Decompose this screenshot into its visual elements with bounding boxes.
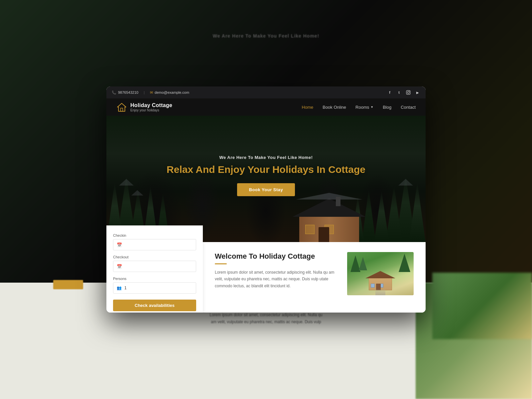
logo[interactable]: Holiday Cottage Enjoy your holidays	[116, 102, 172, 112]
welcome-text: Welcome To Holiday Cottage Lorem ipsum d…	[215, 252, 337, 289]
separator: |	[144, 90, 145, 94]
cabin-structure	[293, 199, 372, 242]
checkout-calendar-icon: 📅	[117, 264, 122, 269]
logo-tagline: Enjoy your holidays	[130, 108, 172, 112]
lower-section: Checkin 📅 Checkout 📅 Persons 👥 1	[106, 242, 426, 313]
checkout-input[interactable]	[125, 264, 193, 269]
tree-right-4	[374, 191, 389, 242]
booking-form: Checkin 📅 Checkout 📅 Persons 👥 1	[106, 225, 203, 313]
checkin-calendar-icon: 📅	[117, 242, 122, 247]
cottage-thumbnail	[347, 252, 414, 295]
hero-section: We Are Here To Make You Feel Like Home! …	[106, 116, 426, 242]
checkin-input-wrapper[interactable]: 📅	[113, 239, 196, 250]
email-info: ✉ demo@example.com	[150, 90, 189, 95]
checkout-group: Checkout 📅	[113, 255, 196, 272]
svg-point-1	[407, 91, 409, 93]
checkin-group: Checkin 📅	[113, 233, 196, 250]
svg-rect-0	[406, 90, 410, 94]
svg-point-2	[409, 91, 410, 92]
nav-links: Home Book Online Rooms ▼ Blog Contact	[302, 104, 416, 110]
welcome-section: Welcome To Holiday Cottage Lorem ipsum d…	[203, 242, 426, 313]
twitter-icon[interactable]: t	[396, 90, 402, 95]
snow-left-1	[119, 179, 134, 186]
social-links: f t ▶	[387, 90, 420, 95]
navbar: Holiday Cottage Enjoy your holidays Home…	[106, 98, 426, 116]
phone-info: 📞 9876543210	[112, 90, 138, 95]
logo-text: Holiday Cottage Enjoy your holidays	[130, 102, 172, 112]
phone-icon: 📞	[112, 90, 116, 95]
checkin-input[interactable]	[125, 242, 193, 247]
svg-rect-4	[121, 108, 123, 111]
logo-name: Holiday Cottage	[130, 102, 172, 108]
hero-title: Relax And Enjoy Your Holidays In Cottage	[167, 164, 365, 175]
checkin-label: Checkin	[113, 233, 196, 237]
welcome-image	[347, 252, 414, 295]
nav-contact[interactable]: Contact	[401, 104, 416, 110]
welcome-title: Welcome To Holiday Cottage	[215, 252, 337, 261]
top-bar: 📞 9876543210 | ✉ demo@example.com f t ▶	[106, 86, 426, 98]
persons-value: 1	[124, 286, 127, 290]
phone-number: 9876543210	[118, 90, 138, 94]
snow-left-2	[131, 190, 143, 196]
youtube-icon[interactable]: ▶	[415, 90, 420, 95]
book-stay-button[interactable]: Book Your Stay	[237, 183, 295, 196]
contact-link[interactable]: Contact	[401, 105, 416, 110]
checkout-label: Checkout	[113, 255, 196, 259]
check-availabilities-button[interactable]: Check availabilities	[113, 300, 196, 311]
email-icon: ✉	[150, 90, 153, 95]
blog-link[interactable]: Blog	[383, 105, 391, 110]
persons-group: Persons 👥 1	[113, 277, 196, 294]
persons-label: Persons	[113, 277, 196, 281]
book-online-link[interactable]: Book Online	[323, 105, 346, 110]
logo-house-icon	[116, 102, 127, 112]
snow-right-1	[398, 179, 413, 186]
tree-right-3	[386, 186, 402, 242]
svg-marker-3	[117, 103, 126, 111]
nav-home[interactable]: Home	[302, 104, 314, 110]
tree-right-2	[409, 182, 426, 242]
nav-book-online[interactable]: Book Online	[323, 104, 346, 110]
email-address: demo@example.com	[155, 90, 189, 94]
rooms-link[interactable]: Rooms ▼	[355, 105, 373, 110]
welcome-description: Lorem ipsum dolor sit amet, consectetur …	[215, 269, 337, 289]
dropdown-arrow-icon: ▼	[370, 105, 373, 109]
persons-input-wrapper[interactable]: 👥 1	[113, 282, 196, 294]
hero-subtitle: We Are Here To Make You Feel Like Home!	[167, 155, 365, 160]
facebook-icon[interactable]: f	[387, 90, 392, 95]
instagram-icon[interactable]	[406, 90, 411, 95]
persons-icon: 👥	[117, 286, 122, 290]
nav-blog[interactable]: Blog	[383, 104, 391, 110]
checkout-input-wrapper[interactable]: 📅	[113, 261, 196, 272]
browser-window: 📞 9876543210 | ✉ demo@example.com f t ▶	[106, 86, 426, 313]
home-link[interactable]: Home	[302, 105, 314, 110]
hero-content: We Are Here To Make You Feel Like Home! …	[167, 155, 365, 203]
contact-bar: 📞 9876543210 | ✉ demo@example.com	[112, 90, 189, 95]
nav-rooms[interactable]: Rooms ▼	[355, 105, 373, 110]
welcome-divider	[215, 263, 227, 264]
